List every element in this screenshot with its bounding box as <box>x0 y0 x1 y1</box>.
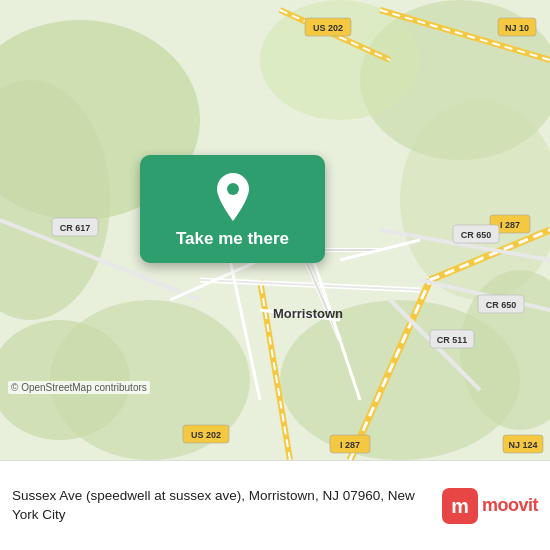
svg-text:CR 650: CR 650 <box>461 230 492 240</box>
svg-text:I 287: I 287 <box>340 440 360 450</box>
svg-text:US 202: US 202 <box>191 430 221 440</box>
bottom-bar: Sussex Ave (speedwell at sussex ave), Mo… <box>0 460 550 550</box>
svg-text:NJ 124: NJ 124 <box>508 440 537 450</box>
address-section: Sussex Ave (speedwell at sussex ave), Mo… <box>12 487 432 525</box>
take-me-there-container: Take me there <box>140 155 325 263</box>
moovit-text: moovit <box>482 495 538 516</box>
svg-text:I 287: I 287 <box>500 220 520 230</box>
svg-text:NJ 10: NJ 10 <box>505 23 529 33</box>
address-text: Sussex Ave (speedwell at sussex ave), Mo… <box>12 487 432 525</box>
map-pin-icon <box>214 173 252 221</box>
take-me-there-label: Take me there <box>176 229 289 249</box>
svg-point-56 <box>227 183 239 195</box>
svg-text:CR 511: CR 511 <box>437 335 468 345</box>
svg-text:CR 650: CR 650 <box>486 300 517 310</box>
moovit-logo: m moovit <box>442 488 538 524</box>
moovit-icon: m <box>442 488 478 524</box>
svg-text:US 202: US 202 <box>313 23 343 33</box>
svg-text:m: m <box>451 495 469 517</box>
map-credit: © OpenStreetMap contributors <box>8 381 150 394</box>
svg-text:CR 617: CR 617 <box>60 223 91 233</box>
map-view: US 202 NJ 10 I 287 CR 617 CR 650 CR 650 … <box>0 0 550 460</box>
svg-text:Morristown: Morristown <box>273 306 343 321</box>
take-me-there-button[interactable]: Take me there <box>140 155 325 263</box>
